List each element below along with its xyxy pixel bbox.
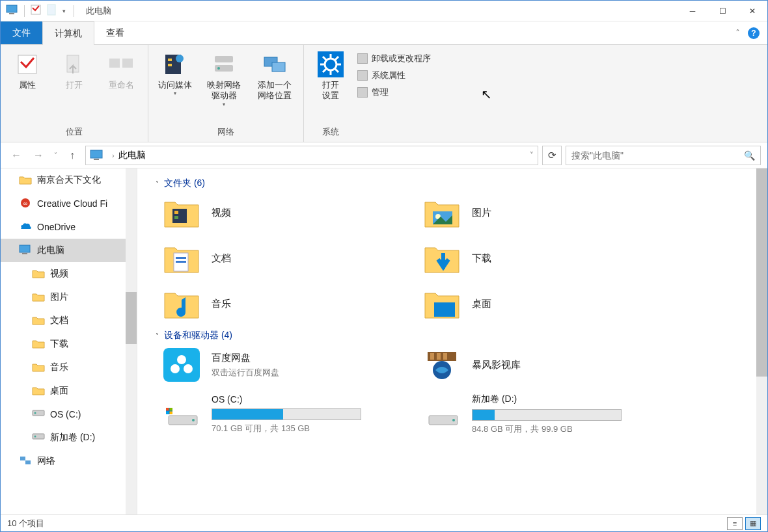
open-settings-button[interactable]: 打开 设置 xyxy=(309,49,352,104)
folder-tile[interactable]: 桌面 xyxy=(424,287,671,321)
qat-dropdown-icon[interactable]: ▾ xyxy=(62,8,66,14)
tree-item[interactable]: 音乐 xyxy=(1,356,137,379)
svg-rect-1 xyxy=(9,13,14,14)
tree-item[interactable]: OS (C:) xyxy=(1,403,137,426)
tree-item[interactable]: 桌面 xyxy=(1,379,137,403)
app-icon xyxy=(424,348,460,382)
tree-item[interactable]: 图片 xyxy=(1,286,137,309)
chevron-down-icon[interactable]: ˅ xyxy=(156,180,159,187)
search-icon[interactable]: 🔍 xyxy=(744,150,755,161)
breadcrumb[interactable]: 此电脑 xyxy=(118,150,146,161)
properties-qat-icon[interactable] xyxy=(30,4,42,18)
address-dropdown-icon[interactable]: ˅ xyxy=(530,151,534,159)
search-input[interactable] xyxy=(571,150,744,161)
tree-item-icon xyxy=(32,432,45,444)
svg-rect-45 xyxy=(176,257,186,259)
app-tile[interactable]: 暴风影视库 xyxy=(424,348,671,382)
section-header-devices[interactable]: ˅ 设备和驱动器 (4) xyxy=(137,321,756,348)
qat-separator xyxy=(74,5,74,17)
maximize-button[interactable]: ☐ xyxy=(707,1,737,21)
tree-item[interactable]: ∞Creative Cloud Fi xyxy=(1,192,137,215)
properties-button[interactable]: 属性 xyxy=(6,49,49,93)
svg-point-34 xyxy=(34,412,36,414)
svg-point-14 xyxy=(217,67,220,70)
svg-rect-38 xyxy=(25,460,31,464)
tree-item-icon xyxy=(19,174,32,186)
chevron-down-icon[interactable]: ˅ xyxy=(156,332,159,339)
tab-file[interactable]: 文件 xyxy=(1,21,42,44)
tree-item[interactable]: 此电脑 xyxy=(1,239,137,262)
drive-icon xyxy=(163,396,200,432)
svg-point-36 xyxy=(34,436,36,438)
tree-item-icon xyxy=(32,315,45,326)
tree-item-label: OneDrive xyxy=(37,222,75,232)
app-tile[interactable]: 百度网盘双击运行百度网盘 xyxy=(163,348,411,382)
access-media-button[interactable]: 访问媒体 ▾ xyxy=(154,49,197,100)
drive-tile[interactable]: OS (C:)70.1 GB 可用，共 135 GB xyxy=(163,393,411,435)
navigation-pane[interactable]: 南京合天下文化∞Creative Cloud FiOneDrive此电脑视频图片… xyxy=(1,168,137,516)
minimize-button[interactable]: ─ xyxy=(678,1,707,21)
folder-label: 桌面 xyxy=(472,298,491,310)
group-label: 系统 xyxy=(309,124,352,140)
sysprops-icon xyxy=(357,70,368,81)
ribbon-group-network: 访问媒体 ▾ 映射网络 驱动器 ▾ 添加一个 网络位置 网络 xyxy=(148,45,304,142)
tree-item-label: 视频 xyxy=(50,268,68,280)
folder-tile[interactable]: 视频 xyxy=(163,196,411,230)
tiles-view-button[interactable]: ▦ xyxy=(745,517,761,530)
map-drive-button[interactable]: 映射网络 驱动器 ▾ xyxy=(200,49,247,111)
tab-computer[interactable]: 计算机 xyxy=(42,21,94,45)
drive-free-text: 70.1 GB 可用，共 135 GB xyxy=(212,423,411,434)
drive-tile[interactable]: 新加卷 (D:)84.8 GB 可用，共 99.9 GB xyxy=(424,393,671,435)
group-label: 网络 xyxy=(154,124,298,140)
tree-item[interactable]: 下载 xyxy=(1,332,137,356)
search-box[interactable]: 🔍 xyxy=(566,146,761,165)
svg-rect-6 xyxy=(109,59,120,68)
svg-rect-10 xyxy=(168,59,172,61)
refresh-button[interactable]: ⟳ xyxy=(542,146,562,165)
scrollbar-thumb[interactable] xyxy=(756,168,767,377)
qat-file-icon[interactable] xyxy=(47,4,57,18)
tree-item-label: 下载 xyxy=(50,338,68,350)
tree-item-label: 文档 xyxy=(50,315,68,326)
tree-item[interactable]: OneDrive xyxy=(1,215,137,239)
forward-button[interactable]: → xyxy=(29,146,48,165)
tree-item[interactable]: 视频 xyxy=(1,262,137,286)
back-button[interactable]: ← xyxy=(7,146,25,165)
history-dropdown-icon[interactable]: ˅ xyxy=(51,152,59,159)
close-button[interactable]: ✕ xyxy=(737,1,767,21)
pc-icon xyxy=(6,5,19,18)
system-properties-link[interactable]: 系统属性 xyxy=(357,70,431,81)
content-pane[interactable]: ˅ 文件夹 (6) 视频图片文档下载音乐桌面 ˅ 设备和驱动器 (4) 百度网盘… xyxy=(137,168,767,516)
uninstall-programs-link[interactable]: 卸载或更改程序 xyxy=(357,53,431,64)
add-network-location-button[interactable]: 添加一个 网络位置 xyxy=(251,49,298,104)
tree-item[interactable]: 网络 xyxy=(1,449,137,473)
help-icon[interactable]: ? xyxy=(748,27,760,39)
folder-tile[interactable]: 图片 xyxy=(424,196,671,230)
tree-item[interactable]: 南京合天下文化 xyxy=(1,168,137,192)
folder-tile[interactable]: 文档 xyxy=(163,241,411,275)
scrollbar-thumb[interactable] xyxy=(126,292,137,344)
tab-view[interactable]: 查看 xyxy=(94,21,136,44)
tree-item-label: 桌面 xyxy=(50,385,68,397)
folder-tile[interactable]: 下载 xyxy=(424,241,671,275)
window-title: 此电脑 xyxy=(86,5,111,17)
ribbon-tabs: 文件 计算机 查看 ˄ ? xyxy=(1,21,767,45)
details-view-button[interactable]: ≡ xyxy=(727,517,743,530)
collapse-ribbon-icon[interactable]: ˄ xyxy=(735,28,740,38)
folder-tile[interactable]: 音乐 xyxy=(163,287,411,321)
svg-rect-16 xyxy=(272,62,285,72)
address-bar[interactable]: › 此电脑 ˅ xyxy=(85,146,538,165)
up-button[interactable]: ↑ xyxy=(63,146,81,165)
folder-label: 下载 xyxy=(472,252,491,265)
section-header-folders[interactable]: ˅ 文件夹 (6) xyxy=(137,168,756,196)
status-bar: 10 个项目 ≡ ▦ xyxy=(1,514,767,531)
svg-rect-27 xyxy=(90,150,102,158)
drive-label: OS (C:) xyxy=(212,394,411,405)
chevron-right-icon[interactable]: › xyxy=(112,152,115,159)
tree-item-icon xyxy=(32,291,45,303)
tree-item[interactable]: 文档 xyxy=(1,309,137,332)
svg-rect-7 xyxy=(122,59,133,68)
tree-item[interactable]: 新加卷 (D:) xyxy=(1,426,137,449)
svg-rect-0 xyxy=(7,5,17,12)
manage-link[interactable]: 管理 xyxy=(357,86,431,98)
